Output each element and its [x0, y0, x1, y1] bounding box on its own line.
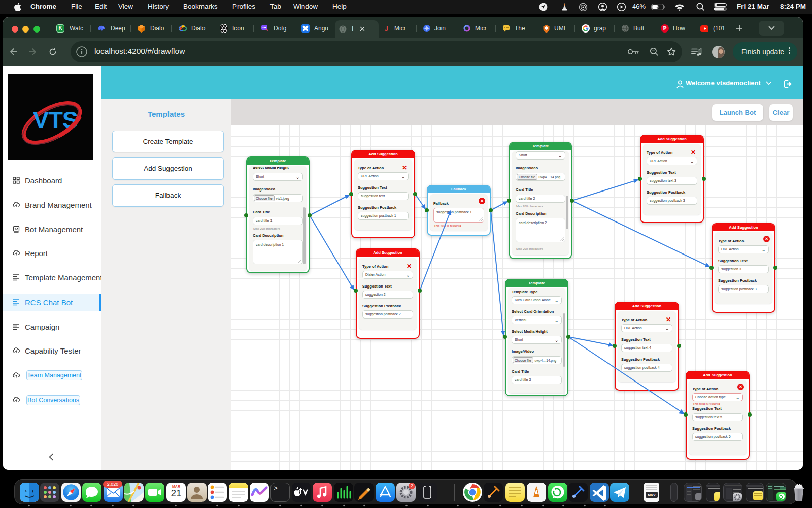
svg-text:MKV: MKV: [648, 493, 656, 497]
